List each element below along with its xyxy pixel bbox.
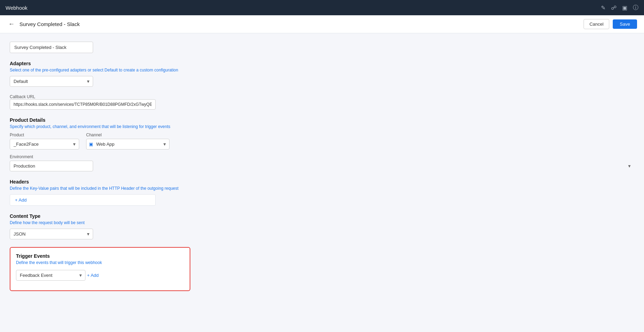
product-details-section: Product Details Specify which product, c… bbox=[10, 117, 634, 171]
product-channel-row: Product _Face2Face Product A Product B ▼… bbox=[10, 133, 634, 150]
channel-select-wrapper: ▣ Web App Mobile App API ▼ bbox=[86, 139, 170, 150]
adapters-title: Adapters bbox=[10, 61, 634, 66]
trigger-event-select[interactable]: Feedback Event Survey Started Survey Com… bbox=[16, 270, 85, 281]
channel-field-group: Channel ▣ Web App Mobile App API ▼ bbox=[86, 133, 170, 150]
headers-title: Headers bbox=[10, 179, 634, 185]
topbar: Webhook ✎ ☍ ▣ ⓘ bbox=[0, 0, 644, 15]
trigger-events-section: Trigger Events Define the events that wi… bbox=[10, 247, 190, 291]
callback-url-input[interactable] bbox=[10, 99, 156, 110]
content-type-section: Content Type Define how the request body… bbox=[10, 213, 634, 239]
adapters-section: Adapters Select one of the pre-configure… bbox=[10, 61, 634, 87]
trigger-event-select-wrapper: Feedback Event Survey Started Survey Com… bbox=[16, 270, 85, 281]
book-icon[interactable]: ☍ bbox=[611, 5, 617, 11]
product-details-desc: Specify which product, channel, and envi… bbox=[10, 124, 634, 129]
headerbar-left: ← Survey Completed - Slack bbox=[7, 19, 80, 29]
back-button[interactable]: ← bbox=[7, 19, 16, 29]
headers-add-button[interactable]: + Add bbox=[10, 194, 156, 206]
product-label: Product bbox=[10, 133, 79, 137]
content-area: Adapters Select one of the pre-configure… bbox=[0, 33, 644, 332]
product-details-title: Product Details bbox=[10, 117, 634, 123]
app-title: Webhook bbox=[6, 5, 27, 11]
content-type-title: Content Type bbox=[10, 213, 634, 219]
content-type-select[interactable]: JSON Form Data XML bbox=[10, 229, 93, 239]
product-select[interactable]: _Face2Face Product A Product B bbox=[10, 139, 79, 150]
cancel-button[interactable]: Cancel bbox=[584, 19, 609, 29]
channel-select[interactable]: Web App Mobile App API bbox=[86, 139, 170, 150]
callback-url-section: Callback URL bbox=[10, 94, 634, 110]
product-field-group: Product _Face2Face Product A Product B ▼ bbox=[10, 133, 79, 150]
page-title: Survey Completed - Slack bbox=[19, 21, 80, 27]
adapters-select[interactable]: Default Slack Custom bbox=[10, 76, 93, 87]
webhook-name-input[interactable] bbox=[10, 42, 93, 53]
adapters-desc: Select one of the pre-configured adapter… bbox=[10, 68, 634, 73]
headerbar-right: Cancel Save bbox=[584, 19, 637, 29]
content-type-desc: Define how the request body will be sent bbox=[10, 220, 634, 225]
callback-url-label: Callback URL bbox=[10, 94, 634, 99]
headers-section: Headers Define the Key-Value pairs that … bbox=[10, 179, 634, 206]
save-button[interactable]: Save bbox=[613, 19, 637, 29]
trigger-events-title: Trigger Events bbox=[16, 253, 184, 259]
environment-select-wrapper: Production Staging Development ▼ bbox=[10, 161, 634, 171]
environment-select-arrow: ▼ bbox=[627, 164, 631, 169]
channel-label: Channel bbox=[86, 133, 170, 137]
trigger-events-add-button[interactable]: + Add bbox=[87, 273, 99, 278]
globe-icon[interactable]: ▣ bbox=[622, 5, 627, 11]
info-icon[interactable]: ⓘ bbox=[633, 4, 638, 11]
topbar-icons: ✎ ☍ ▣ ⓘ bbox=[601, 4, 638, 11]
trigger-events-desc: Define the events that will trigger this… bbox=[16, 260, 184, 265]
product-select-wrapper: _Face2Face Product A Product B ▼ bbox=[10, 139, 79, 150]
adapters-select-wrapper: Default Slack Custom ▼ bbox=[10, 76, 93, 87]
environment-field-group: Environment Production Staging Developme… bbox=[10, 154, 634, 171]
comment-icon[interactable]: ✎ bbox=[601, 5, 605, 11]
content-type-select-wrapper: JSON Form Data XML ▼ bbox=[10, 229, 93, 239]
headerbar: ← Survey Completed - Slack Cancel Save bbox=[0, 15, 644, 33]
headers-desc: Define the Key-Value pairs that will be … bbox=[10, 186, 634, 191]
environment-select[interactable]: Production Staging Development bbox=[10, 161, 93, 171]
environment-label: Environment bbox=[10, 154, 634, 159]
